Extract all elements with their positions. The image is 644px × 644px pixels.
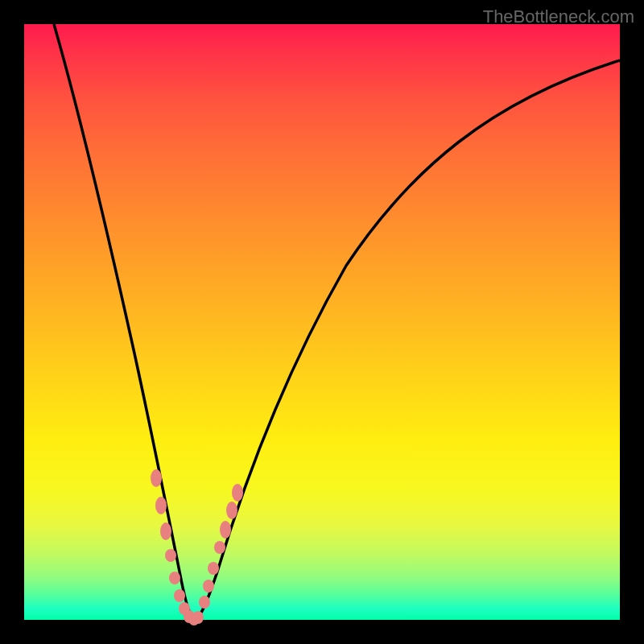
data-marker [208,562,219,575]
data-marker [169,572,180,584]
marker-cluster [24,24,620,620]
data-marker [151,469,162,487]
data-marker [199,596,210,609]
data-marker [232,484,243,502]
data-marker [165,549,176,562]
data-marker [192,611,204,624]
watermark-text: TheBottleneck.com [483,6,634,27]
data-marker [160,522,171,540]
data-marker [220,521,231,539]
data-marker [155,497,167,514]
data-marker [214,541,225,554]
chart-gradient-area [24,24,620,620]
data-marker [203,580,214,592]
data-marker [226,502,237,519]
data-marker [174,589,185,602]
